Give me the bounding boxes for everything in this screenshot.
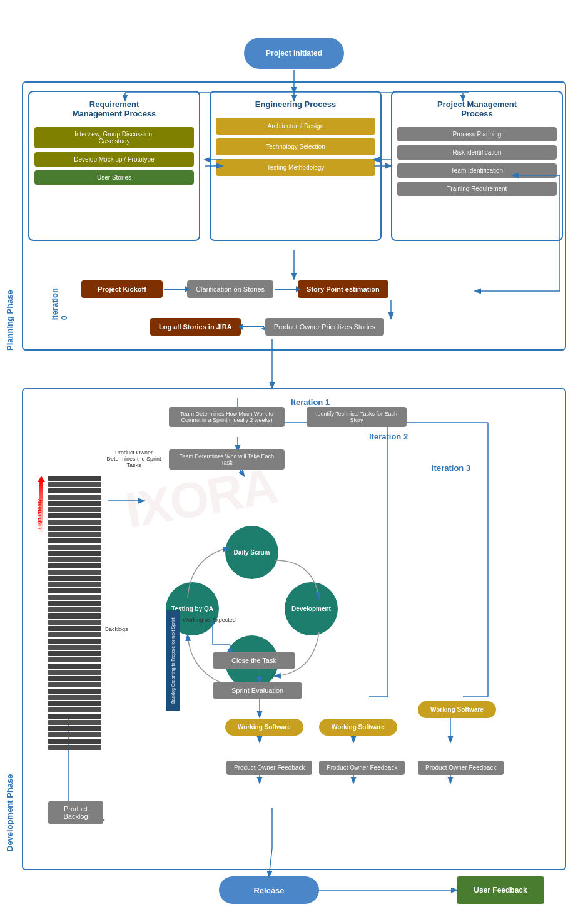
iter0-row1: Project Kickoff Clarification on Stories…	[81, 280, 388, 298]
eng-process-box: Engineering Process Architectural Design…	[210, 91, 382, 241]
backlog-grooming-box: Backlog Grooming to Prepare for next Spr…	[166, 610, 180, 711]
pm-process-box: Project ManagementProcess Process Planni…	[391, 91, 563, 241]
planning-phase-label: Planning Phase	[5, 88, 14, 351]
backlog-stack-container: High Priority	[34, 476, 103, 824]
pm-item-2: Risk identification	[397, 145, 557, 160]
pm-item-4: Training Requirement	[397, 182, 557, 196]
working-software-iter1: Working Software	[225, 719, 303, 736]
po-feedback-iter2: Product Owner Feedback	[319, 761, 405, 775]
po-prioritizes-box: Product Owner Prioritizes Stories	[265, 318, 384, 336]
eng-item-2: Technology Selection	[216, 138, 375, 155]
process-boxes-row: RequirementManagement Process Interview,…	[28, 91, 563, 241]
team-determines-who-box: Team Determines Who will Take Each Task	[169, 449, 285, 470]
req-item-2: Develop Mock up / Prototype	[34, 152, 194, 167]
project-initiated-node: Project Initiated	[244, 38, 344, 69]
backlogs-label: Backlogs	[105, 626, 128, 632]
user-feedback-node: User Feedback	[457, 876, 544, 904]
daily-scrum-circle: Daily Scrum	[225, 526, 278, 579]
iter2-label: Iteration 2	[369, 432, 408, 441]
po-feedback-iter3: Product Owner Feedback	[418, 761, 504, 775]
iter1-label: Iteration 1	[291, 398, 330, 407]
eng-item-3: Testing Methodology	[216, 159, 375, 176]
req-item-1: Interview, Group Discussion,Case study	[34, 127, 194, 148]
eng-title: Engineering Process	[216, 97, 375, 111]
project-kickoff-box: Project Kickoff	[81, 280, 163, 298]
sprint-tasks-text: Product Owner Determines the Sprint Task…	[106, 449, 161, 468]
pm-title: Project ManagementProcess	[397, 97, 557, 121]
development-circle: Development	[285, 582, 338, 635]
release-node: Release	[219, 876, 319, 904]
req-management-box: RequirementManagement Process Interview,…	[28, 91, 200, 241]
iter3-label: Iteration 3	[432, 463, 470, 473]
pm-item-1: Process Planning	[397, 127, 557, 141]
req-title: RequirementManagement Process	[34, 97, 194, 121]
team-determines-commit-box: Team Determines How Much Work to Commit …	[169, 407, 285, 427]
log-stories-box: Log all Stories in JIRA	[150, 318, 241, 336]
identify-technical-box: Identify Technical Tasks for Each Story	[307, 407, 407, 427]
iteration0-label: Iteration 0	[50, 288, 69, 320]
po-feedback-iter1: Product Owner Feedback	[226, 761, 312, 775]
eng-item-1: Architectural Design	[216, 118, 375, 135]
close-task-box: Close the Task	[213, 652, 295, 669]
iter0-row2: Log all Stories in JIRA Product Owner Pr…	[150, 318, 384, 336]
story-point-box: Story Point estimation	[298, 280, 388, 298]
high-priority-label: High Priority	[36, 479, 42, 529]
dev-phase-label: Development Phase	[5, 401, 14, 851]
pm-item-3: Team Identification	[397, 163, 557, 178]
working-as-expected: Working as Expected	[183, 617, 236, 623]
clarification-box: Clarification on Stories	[187, 280, 273, 298]
product-backlog-label: Product Backlog	[48, 801, 103, 824]
req-item-3: User Stories	[34, 170, 194, 185]
working-software-iter2: Working Software	[319, 719, 397, 736]
working-software-iter3: Working Software	[418, 701, 496, 718]
sprint-eval-box: Sprint Evaluation	[213, 682, 302, 699]
